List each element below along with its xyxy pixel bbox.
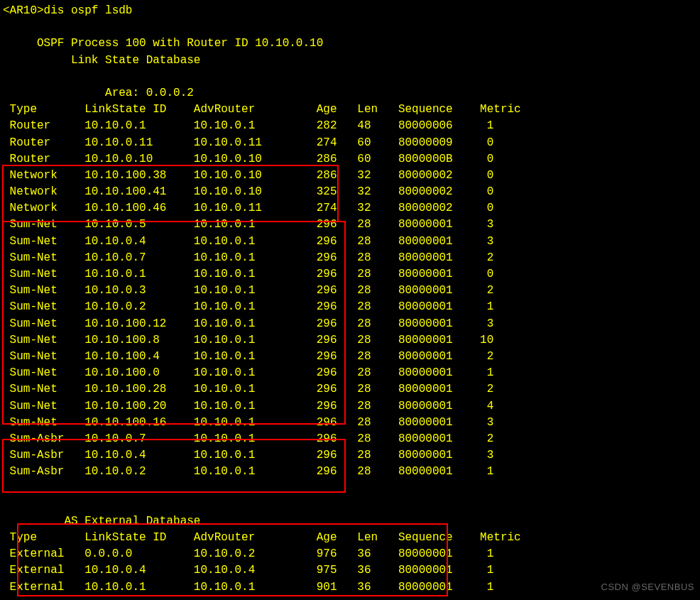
terminal-line: External 10.10.0.1 10.10.0.1 901 36 8000…: [3, 579, 697, 596]
terminal-line: Sum-Net 10.10.0.1 10.10.0.1 296 28 80000…: [3, 266, 697, 283]
terminal-line: Type LinkState ID AdvRouter Age Len Sequ…: [3, 530, 697, 546]
terminal-line: Sum-Asbr 10.10.0.2 10.10.0.1 296 28 8000…: [3, 464, 697, 480]
terminal-line: Network 10.10.100.41 10.10.0.10 325 32 8…: [3, 184, 697, 200]
terminal-line: Sum-Net 10.10.100.28 10.10.0.1 296 28 80…: [3, 381, 697, 398]
terminal-line: Type LinkState ID AdvRouter Age Len Sequ…: [3, 102, 697, 118]
terminal-line: Router 10.10.0.10 10.10.0.10 286 60 8000…: [3, 151, 697, 168]
terminal-line: Router 10.10.0.1 10.10.0.1 282 48 800000…: [3, 118, 697, 134]
terminal-line: AS External Database: [3, 513, 697, 530]
terminal-line: Sum-Net 10.10.0.3 10.10.0.1 296 28 80000…: [3, 283, 697, 299]
terminal-line: <AR10>dis ospf lsdb: [3, 3, 697, 19]
terminal-line: [3, 69, 697, 85]
terminal-line: [3, 19, 697, 36]
terminal-line: Link State Database: [3, 53, 697, 69]
terminal-line: Sum-Net 10.10.0.4 10.10.0.1 296 28 80000…: [3, 234, 697, 250]
terminal-line: Sum-Net 10.10.100.16 10.10.0.1 296 28 80…: [3, 415, 697, 431]
terminal-line: Network 10.10.100.46 10.10.0.11 274 32 8…: [3, 200, 697, 217]
terminal-line: Sum-Net 10.10.0.2 10.10.0.1 296 28 80000…: [3, 299, 697, 315]
terminal-line: Sum-Net 10.10.100.20 10.10.0.1 296 28 80…: [3, 398, 697, 415]
terminal-line: [3, 480, 697, 496]
watermark: CSDN @SEVENBUS: [601, 581, 694, 594]
terminal-line: Sum-Net 10.10.0.5 10.10.0.1 296 28 80000…: [3, 217, 697, 233]
terminal-line: Sum-Net 10.10.100.12 10.10.0.1 296 28 80…: [3, 316, 697, 332]
terminal-line: External 0.0.0.0 10.10.0.2 976 36 800000…: [3, 546, 697, 562]
terminal-line: Sum-Net 10.10.100.8 10.10.0.1 296 28 800…: [3, 332, 697, 349]
terminal-output: <AR10>dis ospf lsdb OSPF Process 100 wit…: [3, 3, 697, 596]
terminal-line: Sum-Net 10.10.100.0 10.10.0.1 296 28 800…: [3, 365, 697, 381]
terminal-line: Router 10.10.0.11 10.10.0.11 274 60 8000…: [3, 135, 697, 151]
terminal-line: Sum-Asbr 10.10.0.7 10.10.0.1 296 28 8000…: [3, 431, 697, 447]
terminal-line: Sum-Asbr 10.10.0.4 10.10.0.1 296 28 8000…: [3, 447, 697, 464]
terminal-line: Area: 0.0.0.2: [3, 85, 697, 102]
terminal-line: Sum-Net 10.10.0.7 10.10.0.1 296 28 80000…: [3, 250, 697, 266]
terminal-line: [3, 497, 697, 513]
terminal-line: OSPF Process 100 with Router ID 10.10.0.…: [3, 36, 697, 52]
terminal-line: Sum-Net 10.10.100.4 10.10.0.1 296 28 800…: [3, 349, 697, 365]
terminal-line: External 10.10.0.4 10.10.0.4 975 36 8000…: [3, 562, 697, 579]
terminal-line: Network 10.10.100.38 10.10.0.10 286 32 8…: [3, 168, 697, 184]
